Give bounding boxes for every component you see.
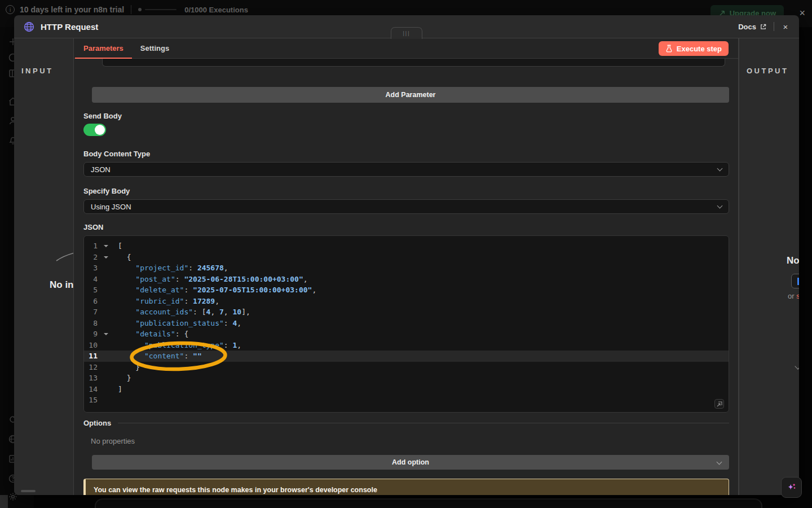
- expand-editor-icon[interactable]: [714, 399, 724, 409]
- chevron-down-icon: [717, 459, 722, 465]
- fold-gutter: [101, 262, 110, 274]
- options-label: Options: [83, 419, 111, 427]
- sparkles-ai-icon: [785, 481, 798, 494]
- mock-data-link-fragment[interactable]: s: [796, 292, 799, 300]
- specify-body-value: Using JSON: [91, 203, 131, 211]
- fold-gutter: [101, 351, 110, 362]
- executions-count-text: 0/1000 Executions: [184, 6, 248, 14]
- button-text-fragment: [797, 278, 799, 285]
- execute-step-button[interactable]: Execute step: [659, 41, 729, 56]
- executions-progress-dot: [138, 8, 142, 11]
- code-line[interactable]: 9 "details": {: [84, 329, 729, 340]
- fold-gutter: [101, 274, 110, 285]
- divider: [774, 22, 774, 31]
- code-line[interactable]: 13 }: [84, 373, 729, 384]
- output-execute-button-fragment[interactable]: [791, 274, 799, 288]
- output-or-hint: or s: [788, 292, 799, 300]
- modal-close-icon[interactable]: ×: [781, 22, 790, 32]
- external-link-icon: [760, 23, 767, 30]
- tab-settings[interactable]: Settings: [132, 38, 178, 58]
- code-line[interactable]: 12 }: [84, 362, 729, 373]
- parameters-pane: Parameters Settings Execute step Add Par…: [74, 38, 739, 495]
- code-line[interactable]: 1[: [84, 240, 729, 252]
- divider: [118, 423, 729, 423]
- toggle-knob: [95, 125, 105, 135]
- notice-text: You can view the raw requests this node …: [94, 486, 377, 494]
- fold-gutter: [101, 362, 110, 373]
- background-canvas-node: [95, 498, 762, 508]
- chevron-down-icon: [717, 203, 723, 209]
- docs-link[interactable]: Docs: [738, 23, 767, 31]
- output-panel-label: OUTPUT: [747, 67, 788, 75]
- chevron-down-icon[interactable]: [795, 363, 799, 369]
- info-icon: i: [6, 5, 15, 14]
- flask-icon: [665, 45, 673, 52]
- code-lines: 1[2 {3 "project_id": 245678,4 "post_at":…: [84, 240, 729, 406]
- curved-arrow-icon: [56, 251, 74, 263]
- panel-drag-handle[interactable]: |||: [391, 27, 422, 39]
- code-line[interactable]: 5 "delete_at": "2025-07-05T15:00:00+03:0…: [84, 284, 729, 296]
- specify-body-select[interactable]: Using JSON: [83, 199, 729, 214]
- code-line[interactable]: 2 {: [84, 252, 729, 263]
- fold-gutter: [101, 373, 110, 384]
- background-canvas-block: [0, 495, 8, 508]
- tab-bar: Parameters Settings Execute step: [74, 38, 738, 59]
- fold-arrow-icon[interactable]: [101, 329, 110, 340]
- fold-gutter: [101, 306, 110, 318]
- add-parameter-button[interactable]: Add Parameter: [92, 87, 729, 103]
- fold-arrow-icon[interactable]: [101, 240, 110, 252]
- add-option-button[interactable]: Add option: [92, 455, 729, 470]
- code-line[interactable]: 4 "post_at": "2025-06-28T15:00:00+03:00"…: [84, 274, 729, 285]
- body-content-type-label: Body Content Type: [83, 150, 150, 158]
- input-panel-label: INPUT: [21, 67, 54, 75]
- code-line[interactable]: 6 "rubric_id": 17289,: [84, 296, 729, 307]
- scrollbar-thumb[interactable]: [21, 490, 36, 492]
- fold-arrow-icon[interactable]: [101, 252, 110, 263]
- parameters-scroll-area: Add Parameter Send Body Body Content Typ…: [74, 59, 738, 495]
- json-field-label: JSON: [83, 223, 103, 231]
- output-panel: OUTPUT No or s: [739, 38, 799, 495]
- code-line[interactable]: 8 "publication_status": 4,: [84, 318, 729, 329]
- body-content-type-value: JSON: [91, 165, 111, 174]
- divider: [131, 5, 131, 14]
- chevron-down-icon: [717, 166, 723, 172]
- fold-gutter: [101, 340, 110, 351]
- raw-requests-notice: You can view the raw requests this node …: [83, 479, 729, 495]
- query-parameter-value-field[interactable]: [102, 59, 725, 67]
- ai-assistant-button[interactable]: [781, 477, 802, 498]
- send-body-label: Send Body: [83, 112, 122, 120]
- fold-gutter: [101, 384, 110, 395]
- specify-body-label: Specify Body: [83, 187, 130, 195]
- code-line[interactable]: 15: [84, 395, 729, 406]
- fold-gutter: [101, 395, 110, 406]
- executions-progress-track: [145, 9, 176, 10]
- send-body-toggle[interactable]: [83, 124, 106, 136]
- input-panel: INPUT No in: [14, 38, 74, 495]
- fold-gutter: [101, 318, 110, 329]
- code-line[interactable]: 10 "publication_type": 1,: [84, 340, 729, 351]
- modal-title: HTTP Request: [41, 22, 98, 32]
- add-option-label: Add option: [392, 458, 429, 466]
- code-line[interactable]: 7 "account_ids": [4, 7, 10],: [84, 306, 729, 318]
- code-line[interactable]: 14]: [84, 384, 729, 395]
- body-content-type-select[interactable]: JSON: [83, 162, 729, 177]
- trial-countdown-text: 10 days left in your n8n trial: [20, 5, 124, 14]
- no-properties-text: No properties: [91, 437, 135, 445]
- fold-gutter: [101, 284, 110, 296]
- code-line[interactable]: 11 "content": "": [84, 351, 729, 362]
- node-settings-modal: HTTP Request Docs × ||| INPUT No in: [14, 15, 799, 495]
- fold-gutter: [101, 296, 110, 307]
- no-output-hint: No: [787, 255, 799, 266]
- no-input-hint: No in: [50, 279, 74, 291]
- close-icon[interactable]: ×: [799, 8, 805, 18]
- tab-parameters[interactable]: Parameters: [75, 38, 132, 58]
- globe-node-icon: [23, 21, 35, 33]
- code-line[interactable]: 3 "project_id": 245678,: [84, 262, 729, 274]
- json-code-editor[interactable]: 1[2 {3 "project_id": 245678,4 "post_at":…: [83, 235, 729, 413]
